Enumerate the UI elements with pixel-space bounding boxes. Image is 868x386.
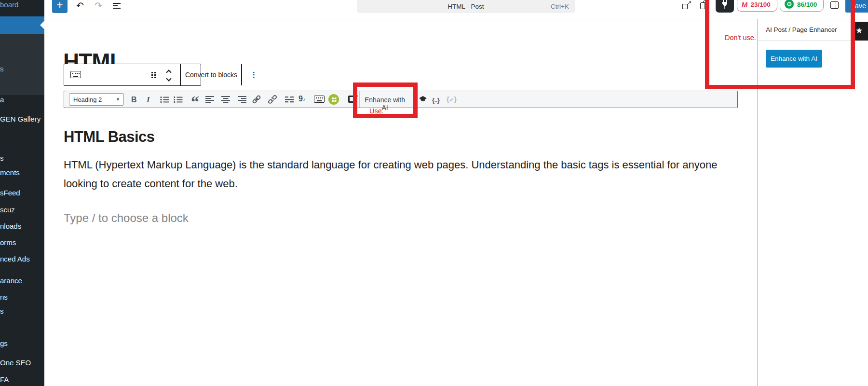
sidebar-item-forms[interactable]: orms xyxy=(0,239,16,247)
wordpress-editor-screen: board s a GEN Gallery s ments sFeed scuz… xyxy=(0,0,868,386)
drag-handle-icon[interactable] xyxy=(151,72,156,78)
annotation-rect-use xyxy=(353,83,418,118)
options-ellipsis-icon[interactable]: ⋮ xyxy=(250,70,258,79)
active-item-notch xyxy=(40,21,44,29)
sidebar-item-settings[interactable]: gs xyxy=(0,340,8,347)
sidebar-item-downloads[interactable]: nloads xyxy=(0,222,21,230)
block-placeholder[interactable]: Type / to choose a block xyxy=(64,211,189,225)
sidebar-submenu-background xyxy=(0,34,44,95)
sidebar-item-pages[interactable]: s xyxy=(0,154,4,162)
sidebar-item-users[interactable]: s xyxy=(0,307,4,315)
sidebar-item-sfeed[interactable]: sFeed xyxy=(0,189,20,197)
sidebar-item-one-seo[interactable]: One SEO xyxy=(0,359,31,367)
annotation-rect-dont-use xyxy=(705,0,855,89)
sidebar-item-gen-gallery[interactable]: GEN Gallery xyxy=(0,115,41,123)
annotation-label-use: Use. xyxy=(369,107,384,115)
sidebar-item-appearance[interactable]: arance xyxy=(0,277,22,285)
sidebar-item-advanced-ads[interactable]: nced Ads xyxy=(0,255,30,263)
document-paragraph[interactable]: HTML (Hypertext Markup Language) is the … xyxy=(64,155,725,193)
sidebar-item-comments[interactable]: ments xyxy=(0,169,20,177)
sidebar-subitem[interactable]: s xyxy=(0,65,4,73)
toolbar-separator xyxy=(241,64,242,85)
star-icon: ★ xyxy=(855,26,863,36)
document-heading[interactable]: HTML Basics xyxy=(64,128,155,146)
block-toolbar: Convert to blocks ⋮ xyxy=(64,64,201,86)
sidebar-item-plugins[interactable]: ns xyxy=(0,293,8,301)
heading-format-value: Heading 2 xyxy=(73,96,102,103)
sidebar-item-active[interactable] xyxy=(0,16,44,34)
sidebar-item-2fa[interactable]: FA xyxy=(0,376,9,384)
admin-sidebar: board s a GEN Gallery s ments sFeed scuz… xyxy=(0,0,44,386)
convert-to-blocks-button[interactable]: Convert to blocks xyxy=(181,64,242,85)
annotation-label-dont-use: Don't use. xyxy=(725,34,756,41)
sidebar-item-scuz[interactable]: scuz xyxy=(0,206,15,214)
sidebar-item-media[interactable]: a xyxy=(0,96,4,104)
classic-block-icon[interactable] xyxy=(70,71,81,78)
move-down-icon[interactable] xyxy=(166,76,171,81)
heading-format-select[interactable]: Heading 2 ▼ xyxy=(69,93,124,106)
block-inserter-button[interactable]: + xyxy=(52,0,68,13)
chevron-down-icon: ▼ xyxy=(116,97,120,102)
move-up-icon[interactable] xyxy=(166,69,171,75)
sidebar-item-dashboard[interactable]: board xyxy=(0,1,18,9)
